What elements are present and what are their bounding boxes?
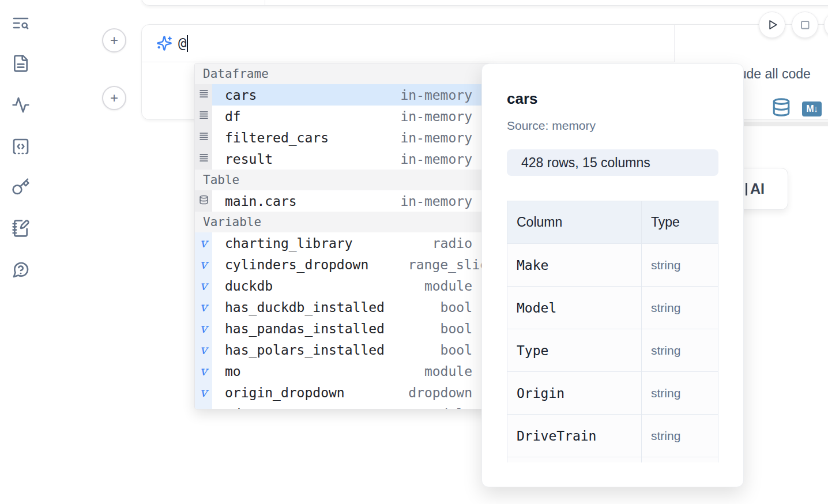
item-name: cylinders_dropdown — [225, 257, 368, 272]
schema-table: Column Type MakestringModelstringTypestr… — [507, 201, 718, 462]
item-type: range_slider — [408, 257, 490, 272]
autocomplete-item-filtered_cars[interactable]: filtered_carsin-memory — [195, 127, 490, 148]
column-name: Type — [517, 343, 548, 358]
ai-button-label: AI — [750, 180, 765, 197]
notebook-pen-icon[interactable] — [12, 219, 30, 238]
previous-cell-edge — [141, 0, 828, 6]
dataframe-icon — [199, 153, 209, 165]
item-name: has_pandas_installed — [225, 321, 385, 336]
ai-prompt-value: @ — [178, 35, 186, 51]
schema-row-DriveTrain: DriveTrainstring — [507, 415, 718, 457]
column-type: string — [651, 344, 680, 358]
dataframe-icon — [199, 110, 209, 122]
ai-sparkles-icon — [156, 35, 172, 51]
autocomplete-item-cars[interactable]: carsin-memory — [195, 84, 490, 106]
variable-icon: v — [200, 364, 207, 378]
schema-row-Origin: Originstring — [507, 372, 718, 415]
autocomplete-item-duckdb[interactable]: vduckdbmodule — [195, 275, 490, 296]
column-name: DriveTrain — [517, 428, 596, 443]
item-name: origin_dropdown — [225, 385, 345, 400]
column-type: string — [651, 258, 680, 272]
autocomplete-item-has_polars_installed[interactable]: vhas_polars_installedbool — [195, 339, 490, 360]
autocomplete-item-main.cars[interactable]: main.carsin-memory — [195, 190, 490, 212]
variable-icon: v — [200, 407, 207, 409]
item-type: in-memory — [400, 130, 472, 145]
item-type: dropdown — [408, 385, 472, 400]
autocomplete-section-header: Variable — [195, 212, 490, 232]
dataframe-icon — [199, 89, 209, 101]
item-name: mo — [225, 364, 241, 379]
ai-prompt-input[interactable]: @ — [142, 25, 675, 62]
item-name: filtered_cars — [225, 130, 329, 145]
item-type: module — [424, 407, 472, 410]
add-cell-button-top[interactable]: + — [102, 28, 126, 52]
item-name: df — [225, 109, 241, 124]
schema-partial-row — [507, 457, 718, 462]
variable-icon: v — [200, 300, 207, 314]
autocomplete-item-charting_library[interactable]: vcharting_libraryradio — [195, 232, 490, 254]
autocomplete-item-pd[interactable]: vpdmodule — [195, 403, 490, 409]
schema-header-row: Column Type — [507, 201, 718, 244]
autocomplete-item-result[interactable]: resultin-memory — [195, 148, 490, 170]
item-name: has_polars_installed — [225, 343, 385, 358]
stop-cell-button[interactable] — [792, 12, 818, 38]
item-type: radio — [432, 236, 472, 251]
column-type: string — [651, 386, 680, 400]
autocomplete-item-origin_dropdown[interactable]: vorigin_dropdowndropdown — [195, 382, 490, 403]
autocomplete-menu: Dataframecarsin-memorydfin-memoryfiltere… — [194, 63, 490, 409]
variable-icon: v — [200, 257, 207, 272]
markdown-icon[interactable]: M↓ — [802, 101, 822, 116]
file-document-icon[interactable] — [12, 54, 30, 73]
autocomplete-item-has_pandas_installed[interactable]: vhas_pandas_installedbool — [195, 318, 490, 339]
item-type: module — [424, 364, 472, 379]
dataframe-icon — [199, 131, 209, 144]
dataframe-preview-popup: cars Source: memory 428 rows, 15 columns… — [481, 63, 744, 487]
item-type: bool — [441, 343, 472, 358]
item-name: charting_library — [225, 236, 353, 251]
autocomplete-item-has_duckdb_installed[interactable]: vhas_duckdb_installedbool — [195, 296, 490, 318]
add-cell-button-bottom[interactable]: + — [102, 86, 126, 110]
marimo-notebook: + + @ Include all code 1 M↓ AI Dataframe… — [0, 0, 828, 504]
database-icon — [199, 195, 209, 207]
item-type: in-memory — [400, 88, 472, 103]
preview-source: Source: memory — [507, 120, 718, 131]
item-type: in-memory — [400, 194, 472, 209]
item-type: in-memory — [400, 152, 472, 167]
schema-header-column: Column — [507, 201, 642, 243]
autocomplete-item-cylinders_dropdown[interactable]: vcylinders_dropdownrange_slider — [195, 254, 490, 275]
schema-header-type: Type — [642, 201, 718, 243]
variable-icon: v — [200, 321, 207, 336]
autocomplete-section-header: Dataframe — [195, 63, 490, 84]
clipped-letter — [746, 183, 747, 195]
play-icon — [765, 17, 780, 32]
column-name: Model — [517, 300, 556, 315]
activity-icon[interactable] — [12, 96, 30, 114]
preview-title: cars — [507, 90, 718, 107]
previous-cell-divider — [265, 0, 265, 5]
autocomplete-item-df[interactable]: dfin-memory — [195, 106, 490, 127]
item-type: bool — [441, 321, 472, 336]
run-cell-button[interactable] — [759, 12, 785, 38]
schema-row-Model: Modelstring — [507, 287, 718, 329]
item-type: bool — [441, 300, 472, 315]
item-type: in-memory — [400, 109, 472, 124]
database-icon[interactable] — [771, 97, 791, 117]
item-name: cars — [225, 88, 257, 103]
item-name: duckdb — [225, 279, 273, 294]
schema-row-Type: Typestring — [507, 329, 718, 372]
item-name: has_duckdb_installed — [225, 300, 385, 315]
text-search-icon[interactable] — [12, 14, 30, 32]
variable-icon: v — [200, 385, 207, 400]
schema-row-Make: Makestring — [507, 244, 718, 287]
key-icon[interactable] — [12, 178, 30, 196]
help-chat-icon[interactable] — [12, 261, 30, 279]
stop-square-icon — [797, 17, 812, 32]
item-name: pd — [225, 407, 241, 410]
text-cursor — [187, 35, 188, 52]
column-name: Origin — [517, 386, 564, 401]
item-name: result — [225, 152, 273, 167]
code-cell-icon[interactable] — [12, 137, 30, 156]
autocomplete-item-mo[interactable]: vmomodule — [195, 360, 490, 382]
column-type: string — [651, 429, 680, 443]
column-type: string — [651, 301, 680, 315]
